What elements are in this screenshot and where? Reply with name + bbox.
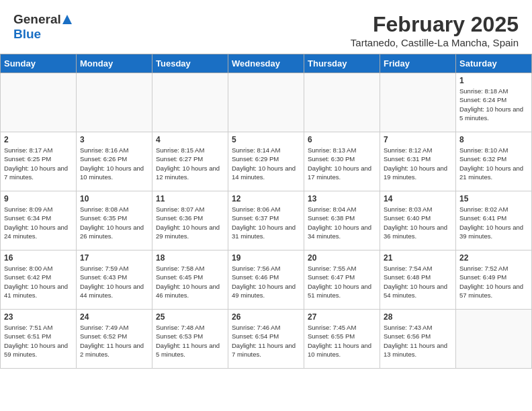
day-info: Sunrise: 8:09 AM Sunset: 6:34 PM Dayligh… [4, 205, 73, 240]
calendar-cell: 20Sunrise: 7:55 AM Sunset: 6:47 PM Dayli… [304, 250, 380, 310]
calendar-cell: 8Sunrise: 8:10 AM Sunset: 6:32 PM Daylig… [456, 132, 532, 191]
calendar-week-row: 16Sunrise: 8:00 AM Sunset: 6:42 PM Dayli… [1, 250, 532, 310]
day-number: 20 [308, 253, 376, 263]
calendar-cell: 12Sunrise: 8:06 AM Sunset: 6:37 PM Dayli… [228, 191, 304, 250]
calendar-cell: 19Sunrise: 7:56 AM Sunset: 6:46 PM Dayli… [228, 250, 304, 310]
day-number: 14 [384, 194, 452, 203]
day-number: 22 [459, 253, 528, 263]
calendar-cell: 16Sunrise: 8:00 AM Sunset: 6:42 PM Dayli… [1, 250, 77, 310]
calendar-cell: 25Sunrise: 7:48 AM Sunset: 6:53 PM Dayli… [152, 310, 228, 369]
day-info: Sunrise: 8:06 AM Sunset: 6:37 PM Dayligh… [232, 205, 300, 240]
day-info: Sunrise: 8:12 AM Sunset: 6:31 PM Dayligh… [384, 146, 452, 181]
calendar-cell: 7Sunrise: 8:12 AM Sunset: 6:31 PM Daylig… [380, 132, 456, 191]
day-number: 10 [80, 194, 148, 203]
day-number: 16 [4, 253, 73, 263]
day-number: 6 [308, 135, 376, 144]
calendar-cell: 10Sunrise: 8:08 AM Sunset: 6:35 PM Dayli… [77, 191, 152, 250]
day-info: Sunrise: 8:10 AM Sunset: 6:32 PM Dayligh… [459, 146, 528, 181]
day-info: Sunrise: 8:03 AM Sunset: 6:40 PM Dayligh… [384, 205, 452, 240]
day-number: 24 [80, 312, 148, 322]
day-number: 13 [308, 194, 376, 203]
day-number: 27 [308, 312, 376, 322]
calendar-cell: 5Sunrise: 8:14 AM Sunset: 6:29 PM Daylig… [228, 132, 304, 191]
calendar-cell: 3Sunrise: 8:16 AM Sunset: 6:26 PM Daylig… [77, 132, 152, 191]
day-info: Sunrise: 8:13 AM Sunset: 6:30 PM Dayligh… [308, 146, 376, 181]
day-info: Sunrise: 8:02 AM Sunset: 6:41 PM Dayligh… [459, 205, 528, 240]
day-of-week-header: Saturday [456, 54, 532, 73]
calendar-cell [77, 73, 152, 132]
day-number: 1 [459, 76, 528, 85]
day-number: 5 [232, 135, 300, 144]
day-info: Sunrise: 7:45 AM Sunset: 6:55 PM Dayligh… [308, 323, 376, 359]
day-number: 23 [4, 312, 73, 322]
calendar-week-row: 2Sunrise: 8:17 AM Sunset: 6:25 PM Daylig… [1, 132, 532, 191]
logo: General Blue [13, 12, 72, 42]
day-of-week-header: Friday [380, 54, 456, 73]
day-number: 28 [384, 312, 452, 322]
calendar-cell [380, 73, 456, 132]
header: General Blue February 2025 Tartanedo, Ca… [0, 0, 532, 54]
calendar-cell: 11Sunrise: 8:07 AM Sunset: 6:36 PM Dayli… [152, 191, 228, 250]
day-info: Sunrise: 8:15 AM Sunset: 6:27 PM Dayligh… [156, 146, 224, 181]
day-info: Sunrise: 8:16 AM Sunset: 6:26 PM Dayligh… [80, 146, 148, 181]
logo-general: General [13, 12, 61, 26]
day-info: Sunrise: 8:00 AM Sunset: 6:42 PM Dayligh… [4, 264, 73, 300]
day-number: 12 [232, 194, 300, 203]
calendar-cell [228, 73, 304, 132]
day-of-week-header: Monday [77, 54, 152, 73]
day-info: Sunrise: 7:43 AM Sunset: 6:56 PM Dayligh… [384, 323, 452, 359]
calendar-cell: 27Sunrise: 7:45 AM Sunset: 6:55 PM Dayli… [304, 310, 380, 369]
title-block: February 2025 Tartanedo, Castille-La Man… [351, 12, 519, 48]
day-of-week-header: Sunday [1, 54, 77, 73]
calendar-cell: 18Sunrise: 7:58 AM Sunset: 6:45 PM Dayli… [152, 250, 228, 310]
day-info: Sunrise: 7:56 AM Sunset: 6:46 PM Dayligh… [232, 264, 300, 300]
day-number: 9 [4, 194, 73, 203]
calendar-cell: 23Sunrise: 7:51 AM Sunset: 6:51 PM Dayli… [1, 310, 77, 369]
day-number: 7 [384, 135, 452, 144]
calendar-cell: 13Sunrise: 8:04 AM Sunset: 6:38 PM Dayli… [304, 191, 380, 250]
logo-triangle [62, 15, 72, 27]
day-of-week-header: Thursday [304, 54, 380, 73]
day-info: Sunrise: 8:14 AM Sunset: 6:29 PM Dayligh… [232, 146, 300, 181]
day-number: 18 [156, 253, 224, 263]
calendar-cell: 2Sunrise: 8:17 AM Sunset: 6:25 PM Daylig… [1, 132, 77, 191]
day-number: 26 [232, 312, 300, 322]
calendar-cell: 9Sunrise: 8:09 AM Sunset: 6:34 PM Daylig… [1, 191, 77, 250]
day-info: Sunrise: 7:51 AM Sunset: 6:51 PM Dayligh… [4, 323, 73, 359]
calendar-cell [456, 310, 532, 369]
calendar-cell [304, 73, 380, 132]
day-info: Sunrise: 7:46 AM Sunset: 6:54 PM Dayligh… [232, 323, 300, 359]
day-info: Sunrise: 8:04 AM Sunset: 6:38 PM Dayligh… [308, 205, 376, 240]
svg-marker-0 [62, 15, 72, 24]
calendar-cell: 17Sunrise: 7:59 AM Sunset: 6:43 PM Dayli… [77, 250, 152, 310]
calendar-cell: 26Sunrise: 7:46 AM Sunset: 6:54 PM Dayli… [228, 310, 304, 369]
calendar-cell: 28Sunrise: 7:43 AM Sunset: 6:56 PM Dayli… [380, 310, 456, 369]
calendar-cell [152, 73, 228, 132]
day-of-week-header: Tuesday [152, 54, 228, 73]
day-info: Sunrise: 7:54 AM Sunset: 6:48 PM Dayligh… [384, 264, 452, 300]
calendar-cell: 1Sunrise: 8:18 AM Sunset: 6:24 PM Daylig… [456, 73, 532, 132]
calendar-cell: 15Sunrise: 8:02 AM Sunset: 6:41 PM Dayli… [456, 191, 532, 250]
calendar-week-row: 23Sunrise: 7:51 AM Sunset: 6:51 PM Dayli… [1, 310, 532, 369]
calendar-header-row: SundayMondayTuesdayWednesdayThursdayFrid… [1, 54, 532, 73]
calendar-week-row: 1Sunrise: 8:18 AM Sunset: 6:24 PM Daylig… [1, 73, 532, 132]
day-info: Sunrise: 7:48 AM Sunset: 6:53 PM Dayligh… [156, 323, 224, 359]
calendar-cell: 6Sunrise: 8:13 AM Sunset: 6:30 PM Daylig… [304, 132, 380, 191]
day-number: 3 [80, 135, 148, 144]
day-info: Sunrise: 8:18 AM Sunset: 6:24 PM Dayligh… [459, 87, 528, 122]
day-number: 4 [156, 135, 224, 144]
calendar-cell: 4Sunrise: 8:15 AM Sunset: 6:27 PM Daylig… [152, 132, 228, 191]
month-year: February 2025 [351, 12, 519, 37]
day-info: Sunrise: 7:52 AM Sunset: 6:49 PM Dayligh… [459, 264, 528, 300]
day-info: Sunrise: 8:17 AM Sunset: 6:25 PM Dayligh… [4, 146, 73, 181]
day-number: 25 [156, 312, 224, 322]
day-number: 17 [80, 253, 148, 263]
day-number: 15 [459, 194, 528, 203]
day-of-week-header: Wednesday [228, 54, 304, 73]
day-info: Sunrise: 7:59 AM Sunset: 6:43 PM Dayligh… [80, 264, 148, 300]
day-info: Sunrise: 7:49 AM Sunset: 6:52 PM Dayligh… [80, 323, 148, 359]
day-info: Sunrise: 7:55 AM Sunset: 6:47 PM Dayligh… [308, 264, 376, 300]
calendar-cell: 21Sunrise: 7:54 AM Sunset: 6:48 PM Dayli… [380, 250, 456, 310]
calendar-cell [1, 73, 77, 132]
logo-blue: Blue [13, 27, 41, 41]
